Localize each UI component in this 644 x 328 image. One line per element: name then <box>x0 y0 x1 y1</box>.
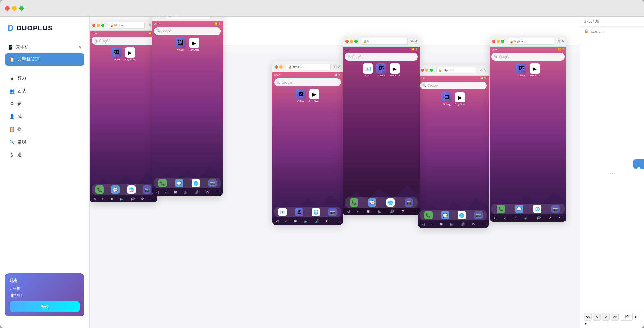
phone3-dock-gallery[interactable]: 🖼 <box>295 208 303 216</box>
phone5-dock-msg[interactable]: 💬 <box>441 211 449 219</box>
phone6-dock-camera[interactable]: 📷 <box>551 205 560 213</box>
phone1-dock-chrome[interactable]: 🌐 <box>127 185 136 194</box>
phone3-vol-up-icon[interactable]: 🔊 <box>315 219 319 223</box>
sidebar-item-compute[interactable]: 🖥 算力 <box>5 72 84 84</box>
phone3-gallery-app[interactable]: 🖼 Gallery <box>296 89 306 102</box>
sidebar-item-billing[interactable]: ⚙ 费 <box>5 98 84 110</box>
phone3-dock-email[interactable]: 📧 <box>278 208 287 216</box>
phone5-gallery-app[interactable]: 🖼 Gallery <box>442 92 452 105</box>
phone5-font-icon[interactable]: A <box>484 68 486 72</box>
phone1-maximize-icon[interactable] <box>101 24 104 27</box>
pagination-last-button[interactable]: >> <box>611 313 619 321</box>
phone2-more-icon[interactable]: ⋯ <box>216 190 219 194</box>
phone3-vol-down-icon[interactable]: 🔈 <box>304 219 308 223</box>
phone3-close-icon[interactable] <box>275 65 278 69</box>
pagination-next-button[interactable]: > <box>602 313 610 321</box>
phone1-grid-icon[interactable]: ⊞ <box>110 197 113 201</box>
phone1-rotate-icon[interactable]: ⟳ <box>141 197 144 201</box>
phone3-back-icon[interactable]: ◁ <box>276 219 278 223</box>
phone6-vol-up-icon[interactable]: 🔊 <box>536 216 541 220</box>
phone5-grid-icon[interactable]: ⊞ <box>440 222 443 226</box>
minimize-button[interactable] <box>12 6 17 11</box>
phone4-search-bar[interactable]: 🔍 Google <box>345 53 418 61</box>
phone4-rotate-icon[interactable]: ⟳ <box>402 209 405 214</box>
phone5-minimize-icon[interactable] <box>425 69 428 72</box>
phone4-email-app[interactable]: 📧 Email <box>363 63 373 77</box>
phone6-search-bar[interactable]: 🔍 Google <box>491 53 565 61</box>
phone1-minimize-icon[interactable] <box>97 24 100 27</box>
phone6-dock-msg[interactable]: 💬 <box>515 205 523 213</box>
phone3-rotate-icon[interactable]: ⟳ <box>326 219 329 223</box>
phone4-dock-phone[interactable]: 📞 <box>350 198 358 207</box>
phone4-zoom-in-icon[interactable]: ⊕ <box>411 39 414 43</box>
phone6-gallery-app[interactable]: 🖼 Gallery <box>516 63 526 77</box>
phone4-address-bar[interactable]: 🔒 h... <box>361 38 408 45</box>
phone-card-1[interactable]: 🔒 https://... ⊖ A 00:47 📶 🔋 <box>90 20 157 202</box>
phone5-address-bar[interactable]: 🔒 https://... <box>436 67 476 73</box>
phone6-dock-chrome[interactable]: 🌐 <box>533 205 541 213</box>
phone2-back-icon[interactable]: ◁ <box>156 190 158 194</box>
phone1-address-bar[interactable]: 🔒 https://... <box>108 22 145 29</box>
contact-us-button[interactable]: 联系我们 <box>633 159 644 169</box>
phone4-dock-camera[interactable]: 📷 <box>405 198 413 207</box>
phone5-search-bar[interactable]: 🔍 Google <box>420 82 487 89</box>
phone5-vol-down-icon[interactable]: 🔈 <box>450 222 454 226</box>
phone5-zoom-out-icon[interactable]: ⊖ <box>480 68 483 72</box>
phone5-back-icon[interactable]: ◁ <box>422 222 424 226</box>
phone1-vol-up-icon[interactable]: 🔊 <box>130 197 135 201</box>
phone6-back-icon[interactable]: ◁ <box>493 216 496 220</box>
phone2-rotate-icon[interactable]: ⟳ <box>206 190 209 194</box>
phone5-close-icon[interactable] <box>421 69 424 72</box>
phone3-more-icon[interactable]: ⋯ <box>336 219 339 223</box>
phone3-dock-chrome[interactable]: 🌐 <box>312 208 320 216</box>
phone2-playstore-app[interactable]: ▶ Play Store <box>189 38 199 51</box>
phone6-minimize-icon[interactable] <box>497 40 500 43</box>
phone1-playstore-app[interactable]: ▶ Play Store <box>125 47 135 61</box>
phone6-zoom-out-icon[interactable]: ⊖ <box>558 39 560 43</box>
phone-card-2[interactable]: 🔒 https://... ⊖ A 00:47 📶 🔋 <box>152 17 223 196</box>
phone2-home-icon[interactable]: ○ <box>165 190 167 194</box>
phone1-back-icon[interactable]: ◁ <box>93 197 95 201</box>
phone1-gallery-app[interactable]: 🖼 Gallery <box>111 47 122 61</box>
pagination-arrow-up[interactable]: ▲ <box>634 315 637 319</box>
pagination-first-button[interactable]: << <box>584 313 592 321</box>
close-button[interactable] <box>5 6 10 11</box>
sidebar-item-members[interactable]: 👤 成 <box>5 111 84 123</box>
sidebar-item-operations[interactable]: 📋 操 <box>5 123 84 135</box>
phone6-close-icon[interactable] <box>492 40 495 43</box>
phone3-font-icon[interactable]: A <box>338 65 340 69</box>
phone6-grid-icon[interactable]: ⊞ <box>514 216 516 220</box>
phone5-playstore-app[interactable]: ▶ Play Store <box>455 92 465 105</box>
phone3-home-icon[interactable]: ○ <box>285 219 287 223</box>
phone4-playstore-app[interactable]: ▶ Play Store <box>390 63 400 77</box>
phone6-playstore-app[interactable]: ▶ Play Store <box>530 63 540 77</box>
maximize-button[interactable] <box>19 6 24 11</box>
phone2-dock-msg[interactable]: 💬 <box>175 179 183 187</box>
phone2-close-icon[interactable] <box>155 17 158 17</box>
phone2-address-bar[interactable]: 🔒 https://... <box>166 17 211 19</box>
upgrade-button[interactable]: 升级 <box>10 301 80 312</box>
phone3-dock-camera[interactable]: 📷 <box>328 208 337 216</box>
phone4-close-icon[interactable] <box>345 40 349 43</box>
phone5-rotate-icon[interactable]: ⟳ <box>472 222 475 226</box>
phone2-gallery-app[interactable]: 🖼 Gallery <box>176 38 186 51</box>
phone3-search-bar[interactable]: 🔍 Google <box>274 78 341 86</box>
phone3-minimize-icon[interactable] <box>279 65 283 69</box>
phone6-address-bar[interactable]: 🔒 https://... <box>508 38 554 45</box>
phone2-search-bar[interactable]: 🔍 Google <box>154 27 221 35</box>
phone6-dock-phone[interactable]: 📞 <box>497 205 505 213</box>
pagination-arrow-down[interactable]: ▼ <box>584 322 587 325</box>
phone4-dock-msg[interactable]: 💬 <box>368 198 376 207</box>
phone6-vol-down-icon[interactable]: 🔈 <box>524 216 529 220</box>
phone2-vol-up-icon[interactable]: 🔊 <box>195 190 199 194</box>
sidebar-item-management[interactable]: 📋 云手机管理 <box>5 53 84 66</box>
phone4-back-icon[interactable]: ◁ <box>347 209 349 214</box>
phone6-font-icon[interactable]: A <box>562 39 564 43</box>
phone4-home-icon[interactable]: ○ <box>357 209 359 213</box>
phone6-home-icon[interactable]: ○ <box>504 216 506 220</box>
phone2-dock-camera[interactable]: 📷 <box>208 179 217 187</box>
pagination-prev-button[interactable]: < <box>593 313 601 321</box>
phone5-home-icon[interactable]: ○ <box>431 222 433 226</box>
phone4-grid-icon[interactable]: ⊞ <box>367 209 370 214</box>
phone1-more-icon[interactable]: ⋯ <box>150 197 154 201</box>
